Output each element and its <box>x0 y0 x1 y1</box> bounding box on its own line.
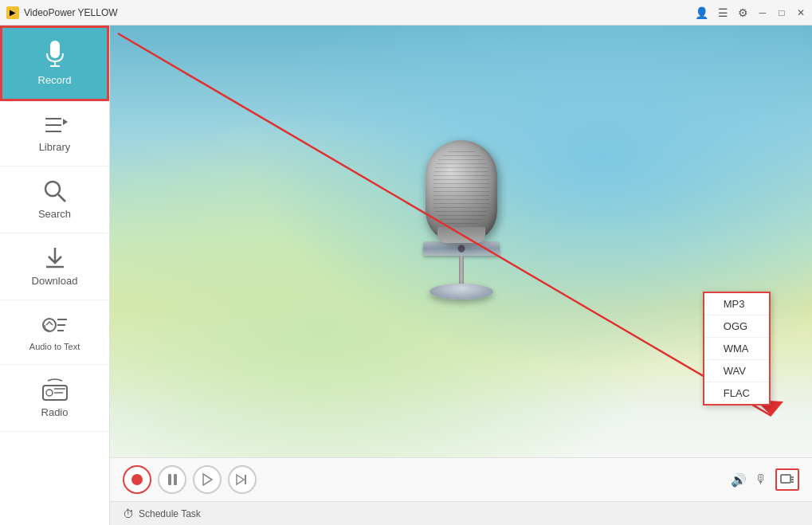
list-icon[interactable]: ☰ <box>718 6 728 19</box>
format-item-wma[interactable]: WMA <box>704 338 769 360</box>
sidebar-item-audio-to-text[interactable]: Audio to Text <box>0 300 109 365</box>
minimize-button[interactable]: ─ <box>758 8 767 18</box>
next-button[interactable] <box>228 465 257 494</box>
mic-band-dot <box>457 245 465 253</box>
format-item-mp3[interactable]: MP3 <box>704 293 769 315</box>
svg-marker-22 <box>237 475 244 484</box>
audio-to-text-icon <box>41 313 69 337</box>
format-item-wav[interactable]: WAV <box>704 360 769 382</box>
sidebar-item-search[interactable]: Search <box>0 167 109 233</box>
pause-bar-left <box>168 474 171 485</box>
svg-point-7 <box>45 182 60 196</box>
radio-icon <box>41 378 69 402</box>
mic-base <box>430 284 493 300</box>
sidebar-item-download[interactable]: Download <box>0 233 109 300</box>
search-icon <box>43 179 67 203</box>
library-icon <box>42 114 68 136</box>
title-bar-left: ▶ VideoPower YELLOW <box>6 6 118 19</box>
sidebar-record-label: Record <box>38 74 72 86</box>
mic-head <box>426 140 497 243</box>
sidebar-library-label: Library <box>39 141 71 153</box>
title-bar: ▶ VideoPower YELLOW 👤 ☰ ⚙ ─ □ ✕ <box>0 0 812 25</box>
main-container: Record Library Search Down <box>0 25 812 525</box>
restore-button[interactable]: □ <box>777 8 787 18</box>
svg-rect-0 <box>50 41 60 58</box>
sidebar: Record Library Search Down <box>0 25 110 525</box>
format-item-flac[interactable]: FLAC <box>704 382 769 404</box>
record-dot <box>131 474 143 485</box>
format-item-ogg[interactable]: OGG <box>704 315 769 338</box>
microphone-icon <box>42 41 68 69</box>
format-popup: MP3 OGG WMA WAV FLAC <box>703 292 771 406</box>
schedule-label[interactable]: Schedule Task <box>139 508 201 519</box>
volume-icon[interactable]: 🔊 <box>731 472 747 488</box>
mic-band <box>423 241 500 256</box>
sidebar-radio-label: Radio <box>41 406 69 418</box>
sidebar-item-library[interactable]: Library <box>0 101 109 167</box>
settings-icon[interactable]: ⚙ <box>738 6 748 19</box>
mic-stem <box>459 256 464 284</box>
content-area: MP3 OGG WMA WAV FLAC <box>110 25 812 525</box>
sidebar-audio-to-text-label: Audio to Text <box>29 342 80 351</box>
close-button[interactable]: ✕ <box>796 8 806 18</box>
pause-bar-right <box>174 474 177 485</box>
next-icon <box>236 473 249 486</box>
sidebar-download-label: Download <box>32 275 78 287</box>
player-bar: 🔊 🎙 <box>110 457 812 501</box>
clock-icon: ⏱ <box>123 507 134 520</box>
svg-marker-21 <box>203 474 212 485</box>
sidebar-item-radio[interactable]: Radio <box>0 365 109 432</box>
user-icon[interactable]: 👤 <box>695 6 708 19</box>
media-view: MP3 OGG WMA WAV FLAC <box>110 25 812 457</box>
svg-point-16 <box>46 390 53 396</box>
app-icon: ▶ <box>6 6 19 19</box>
svg-rect-24 <box>781 475 790 483</box>
play-icon <box>202 473 213 486</box>
mic-icon[interactable]: 🎙 <box>755 472 767 487</box>
microphone-graphic <box>406 140 517 300</box>
app-title: VideoPower YELLOW <box>24 7 118 18</box>
svg-marker-6 <box>63 119 68 125</box>
sidebar-search-label: Search <box>38 208 71 220</box>
play-button[interactable] <box>193 465 222 494</box>
pause-icon <box>168 474 177 485</box>
download-icon <box>43 246 67 270</box>
format-btn-icon <box>780 472 794 487</box>
player-right-controls: 🔊 🎙 <box>731 468 799 491</box>
pause-button[interactable] <box>158 465 186 494</box>
schedule-bar: ⏱ Schedule Task <box>110 501 812 525</box>
record-button[interactable] <box>123 465 151 494</box>
format-button[interactable] <box>775 468 799 491</box>
svg-line-8 <box>58 194 65 202</box>
title-bar-right: 👤 ☰ ⚙ ─ □ ✕ <box>695 6 806 19</box>
sidebar-item-record[interactable]: Record <box>0 25 109 101</box>
